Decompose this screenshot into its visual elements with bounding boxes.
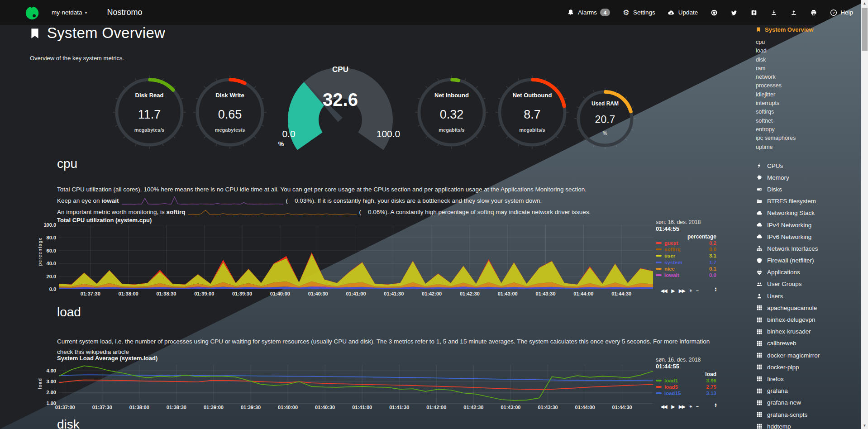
- pan-backward-button[interactable]: ◀◀: [661, 288, 667, 293]
- legend-row-softirq[interactable]: softirq0.0: [656, 246, 716, 253]
- play-button[interactable]: ▶: [671, 404, 674, 409]
- iowait-sparkline-chart[interactable]: [122, 195, 283, 207]
- sidebar-item-idlejitter[interactable]: idlejitter: [756, 91, 858, 99]
- sidebar-item-entropy[interactable]: entropy: [756, 125, 858, 134]
- my-netdata-menu[interactable]: my-netdata ▾: [49, 9, 90, 16]
- sidebar-item-hddtemp[interactable]: hddtemp: [756, 420, 820, 429]
- legend-label: load5: [664, 384, 678, 390]
- softirq-sparkline-chart[interactable]: [188, 207, 357, 218]
- sidebar-sections: CPUsMemoryDisksBTRFS filesystemNetworkin…: [756, 160, 820, 429]
- facebook-icon[interactable]: [750, 9, 758, 16]
- pan-forward-button[interactable]: ▶▶: [679, 404, 685, 409]
- sidebar-item-softirqs[interactable]: softirqs: [756, 108, 858, 116]
- navbar-brand-icons: [710, 9, 817, 16]
- x-axis-tick: 01:40:00: [270, 291, 290, 296]
- sidebar-item-disk[interactable]: disk: [756, 56, 858, 64]
- zoom-out-button[interactable]: −: [696, 404, 698, 409]
- sidebar-item-docker-magicmirror[interactable]: docker-magicmirror: [756, 349, 820, 361]
- legend-label: user: [664, 253, 675, 258]
- sidebar-item-grafana-new[interactable]: grafana-new: [756, 397, 820, 409]
- gauge-net-outbound[interactable]: Net Outbound8.7megabits/s: [494, 74, 570, 150]
- zoom-out-button[interactable]: −: [696, 288, 698, 293]
- x-axis-tick: 01:39:30: [241, 405, 261, 410]
- settings-button[interactable]: ⚙ Settings: [622, 9, 655, 16]
- legend-label: system: [664, 260, 682, 265]
- pan-forward-button[interactable]: ▶▶: [679, 288, 685, 293]
- scrollbar-up-arrow[interactable]: ▲: [861, 0, 868, 7]
- sidebar-item-btrfs-filesystem[interactable]: BTRFS filesystem: [756, 195, 820, 207]
- legend-label: load1: [664, 378, 678, 383]
- sidebar-item-grafana-scripts[interactable]: grafana-scripts: [756, 409, 820, 420]
- legend-row-system[interactable]: system1.7: [656, 259, 716, 266]
- sidebar-item-users[interactable]: Users: [756, 290, 820, 302]
- sidebar-item-firefox[interactable]: firefox: [756, 373, 820, 385]
- sidebar-item-cpus[interactable]: CPUs: [756, 160, 820, 172]
- sidebar-item-networking-stack[interactable]: Networking Stack: [756, 207, 820, 219]
- alarms-button[interactable]: Alarms 4: [567, 9, 610, 16]
- sidebar-item-ipv6-networking[interactable]: IPv6 Networking: [756, 231, 820, 243]
- sidebar-item-system-overview[interactable]: System Overview: [756, 26, 858, 33]
- legend-row-load1[interactable]: load13.96: [656, 377, 716, 384]
- print-icon[interactable]: [810, 9, 817, 16]
- pan-backward-button[interactable]: ◀◀: [661, 404, 667, 409]
- zoom-in-button[interactable]: +: [689, 288, 692, 293]
- sidebar-item-network-interfaces[interactable]: Network Interfaces: [756, 243, 820, 254]
- help-button[interactable]: ? Help: [830, 9, 853, 16]
- sidebar-item-docker-plpp[interactable]: docker-plpp: [756, 361, 820, 373]
- gauge-disk-read[interactable]: Disk Read11.7megabytes/s: [111, 74, 187, 150]
- sidebar-item-disks[interactable]: Disks: [756, 183, 820, 195]
- gauge-disk-write[interactable]: Disk Write0.65megabytes/s: [192, 74, 268, 150]
- legend-row-iowait[interactable]: iowait0.0: [656, 272, 716, 278]
- play-button[interactable]: ▶: [671, 288, 674, 293]
- sidebar-item-apacheguacamole[interactable]: apacheguacamole: [756, 302, 820, 314]
- gauge-used-ram[interactable]: Used RAM20.7%: [573, 86, 637, 151]
- sidebar-item-ipv4-networking[interactable]: IPv4 Networking: [756, 219, 820, 231]
- sidebar-item-network[interactable]: network: [756, 73, 858, 81]
- cpu-chart-resize-handle[interactable]: ▲▼: [714, 287, 717, 291]
- sidebar-container-label: apacheguacamole: [767, 305, 817, 311]
- sidebar-item-softnet[interactable]: softnet: [756, 117, 858, 125]
- legend-swatch: [656, 386, 662, 388]
- load-chart-plot-area[interactable]: [59, 365, 653, 405]
- download-icon[interactable]: [770, 9, 777, 16]
- sidebar-item-binhex-krusader[interactable]: binhex-krusader: [756, 326, 820, 338]
- sidebar-item-calibreweb[interactable]: calibreweb: [756, 338, 820, 349]
- netdata-logo[interactable]: [24, 5, 40, 20]
- sidebar-item-user-groups[interactable]: User Groups: [756, 278, 820, 290]
- sidebar-item-interrupts[interactable]: interrupts: [756, 99, 858, 108]
- grid-icon: [756, 400, 763, 406]
- page-scrollbar[interactable]: ▲ ▼: [861, 0, 868, 429]
- sidebar-section-label: BTRFS filesystem: [767, 198, 816, 205]
- hostname[interactable]: Nostromo: [107, 8, 143, 17]
- zoom-in-button[interactable]: +: [689, 404, 692, 409]
- upload-icon[interactable]: [790, 9, 797, 16]
- sidebar-item-memory[interactable]: Memory: [756, 172, 820, 183]
- gauge-cpu[interactable]: [281, 61, 399, 179]
- sidebar-section-label: IPv6 Networking: [767, 234, 811, 240]
- sidebar-item-binhex-delugevpn[interactable]: binhex-delugevpn: [756, 314, 820, 325]
- legend-row-nice[interactable]: nice0.1: [656, 266, 716, 272]
- wikipedia-article-link[interactable]: wikipedia article: [86, 348, 129, 355]
- sidebar-item-grafana[interactable]: grafana: [756, 385, 820, 397]
- scrollbar-thumb[interactable]: [862, 8, 868, 51]
- legend-row-load15[interactable]: load153.13: [656, 390, 716, 396]
- legend-row-user[interactable]: user3.1: [656, 253, 716, 259]
- scrollbar-down-arrow[interactable]: ▼: [861, 422, 868, 429]
- legend-row-guest[interactable]: guest0.2: [656, 240, 716, 246]
- sidebar-item-processes[interactable]: processes: [756, 81, 858, 90]
- sidebar-item-firewall-netfilter-[interactable]: Firewall (netfilter): [756, 255, 820, 267]
- gauge-net-inbound[interactable]: Net Inbound0.32megabits/s: [414, 74, 490, 150]
- sidebar-item-load[interactable]: load: [756, 47, 858, 55]
- sidebar-item-cpu[interactable]: cpu: [756, 38, 858, 47]
- sidebar-item-uptime[interactable]: uptime: [756, 143, 858, 152]
- load-chart-legend: søn. 16. des. 201801:44:55loadload13.96l…: [656, 357, 716, 397]
- legend-row-load5[interactable]: load52.75: [656, 384, 716, 390]
- update-button[interactable]: Update: [668, 9, 698, 16]
- twitter-icon[interactable]: [730, 9, 738, 16]
- sidebar-item-ram[interactable]: ram: [756, 64, 858, 73]
- cpu-chart-plot-area[interactable]: [59, 225, 653, 289]
- sidebar-item-applications[interactable]: Applications: [756, 267, 820, 278]
- load-chart-resize-handle[interactable]: ▲▼: [714, 403, 717, 407]
- github-icon[interactable]: [710, 9, 718, 16]
- sidebar-item-ipc-semaphores[interactable]: ipc semaphores: [756, 134, 858, 143]
